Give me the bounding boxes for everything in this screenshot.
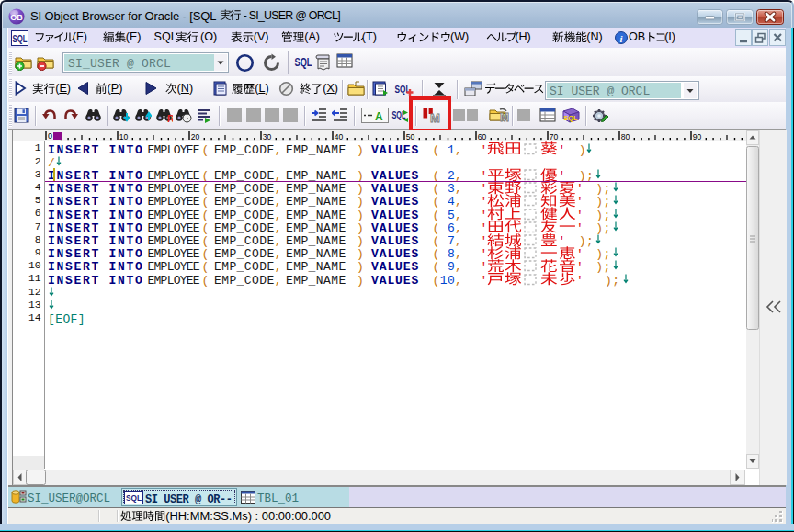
svg-text:70: 70 [550, 132, 559, 141]
svg-text:M: M [500, 111, 509, 123]
svg-text:60: 60 [478, 132, 487, 141]
svg-text:OB: OB [10, 13, 23, 22]
svg-text:30: 30 [263, 132, 272, 141]
svg-text:SQL: SQL [563, 114, 578, 122]
svg-text:10: 10 [119, 132, 129, 141]
svg-text:90: 90 [693, 132, 702, 141]
svg-text:40: 40 [335, 132, 344, 141]
svg-text:SQL: SQL [295, 56, 312, 69]
svg-text:SQL: SQL [13, 33, 28, 44]
svg-text:80: 80 [621, 132, 630, 141]
svg-text:SQL: SQL [126, 492, 142, 503]
svg-text:A: A [375, 110, 383, 123]
svg-text:50: 50 [406, 132, 415, 141]
svg-text:0: 0 [48, 131, 52, 141]
svg-text:R: R [167, 113, 173, 123]
svg-text:20: 20 [191, 132, 200, 141]
